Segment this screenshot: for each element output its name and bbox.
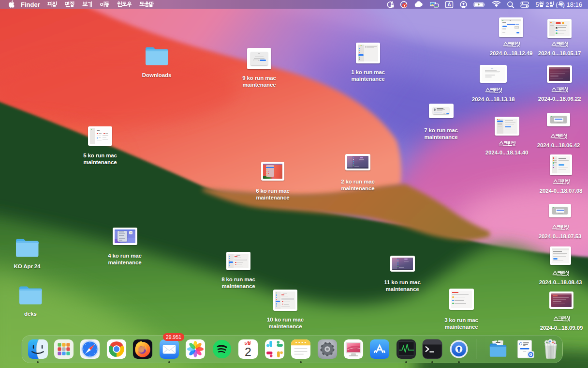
svg-text:2: 2	[245, 345, 251, 358]
svg-text:A: A	[448, 2, 451, 7]
